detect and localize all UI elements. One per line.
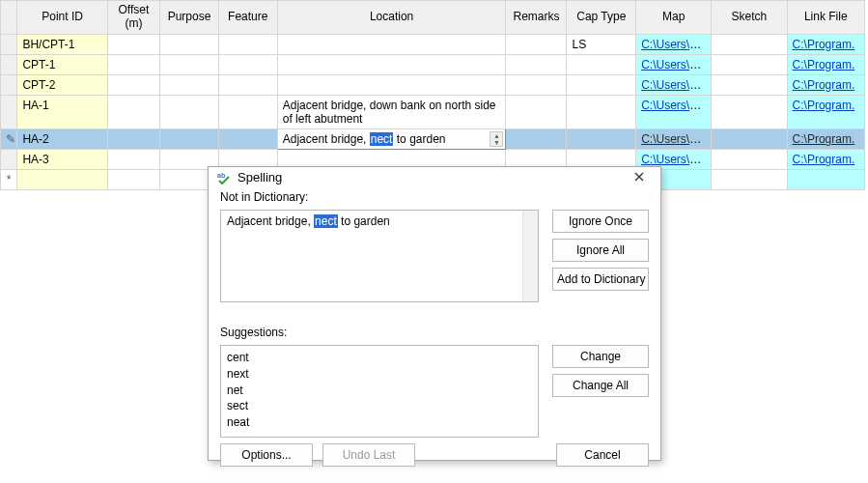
row-selector-editing[interactable]: ✎ xyxy=(1,129,17,150)
suggestions-label: Suggestions: xyxy=(220,326,539,339)
linkfile-link[interactable]: C:\Program. xyxy=(793,58,855,71)
grid-header-row: Point ID Offset (m) Purpose Feature Loca… xyxy=(1,1,865,35)
dialog-titlebar[interactable]: ab Spelling xyxy=(209,167,660,186)
not-in-dictionary-label: Not in Dictionary: xyxy=(220,190,539,204)
row-selector[interactable] xyxy=(1,54,17,74)
cell-link-file[interactable]: C:\Program. xyxy=(787,129,864,150)
cell-point-id[interactable]: HA-2 xyxy=(17,129,107,150)
cell-cap-type[interactable] xyxy=(567,74,636,95)
cell-location[interactable] xyxy=(277,74,506,95)
row-selector[interactable] xyxy=(1,150,17,170)
linkfile-link[interactable]: C:\Program. xyxy=(793,153,855,166)
col-link-file[interactable]: Link File xyxy=(787,1,864,35)
col-remarks[interactable]: Remarks xyxy=(506,1,567,35)
table-row[interactable]: HA-1 Adjacent bridge, down bank on north… xyxy=(1,95,865,129)
cell-cap-type[interactable] xyxy=(567,129,636,150)
cell-link-file[interactable]: C:\Program. xyxy=(787,150,864,170)
cell-point-id[interactable]: BH/CPT-1 xyxy=(17,34,107,54)
row-selector-header xyxy=(1,1,17,35)
change-all-button[interactable]: Change All xyxy=(552,374,649,397)
chevron-up-icon[interactable]: ▲ xyxy=(490,132,502,139)
cell-cap-type[interactable]: LS xyxy=(567,34,636,54)
linkfile-link[interactable]: C:\Program. xyxy=(793,78,855,92)
cell-cap-type[interactable] xyxy=(567,54,636,74)
options-button[interactable]: Options... xyxy=(220,443,313,467)
cell-spinner[interactable]: ▲▼ xyxy=(490,131,503,147)
col-point-id[interactable]: Point ID xyxy=(17,1,107,35)
undo-last-button[interactable]: Undo Last xyxy=(322,443,415,467)
cell-location[interactable] xyxy=(277,34,506,54)
col-sketch[interactable]: Sketch xyxy=(712,1,787,35)
edit-icon: ✎ xyxy=(6,132,17,146)
cell-location[interactable] xyxy=(277,54,506,74)
cell-map[interactable]: C:\Users\Ri... xyxy=(636,34,712,54)
suggestion-item[interactable]: net xyxy=(227,383,532,399)
spelling-dialog: ab Spelling Not in Dictionary: Adjacent … xyxy=(208,166,661,461)
change-button[interactable]: Change xyxy=(552,345,649,368)
row-selector-new[interactable]: * xyxy=(1,170,17,190)
col-offset[interactable]: Offset (m) xyxy=(107,1,159,35)
close-button[interactable] xyxy=(626,167,653,186)
cell-cap-type[interactable] xyxy=(567,95,636,129)
cell-map[interactable]: C:\Users\Ri... xyxy=(636,95,712,129)
map-link[interactable]: C:\Users\Ri... xyxy=(641,132,710,146)
suggestions-list[interactable]: cent next net sect neat xyxy=(220,345,539,438)
spellcheck-icon: ab xyxy=(216,169,232,185)
add-to-dictionary-button[interactable]: Add to Dictionary xyxy=(552,268,649,291)
chevron-down-icon[interactable]: ▼ xyxy=(490,139,502,146)
scrollbar[interactable] xyxy=(522,211,538,301)
data-grid[interactable]: Point ID Offset (m) Purpose Feature Loca… xyxy=(0,0,865,190)
table-row[interactable]: BH/CPT-1 LS C:\Users\Ri... C:\Program. xyxy=(1,34,865,54)
cell-link-file[interactable]: C:\Program. xyxy=(787,34,864,54)
map-link[interactable]: C:\Users\Ri... xyxy=(641,38,710,51)
linkfile-link[interactable]: C:\Program. xyxy=(793,132,855,146)
svg-text:ab: ab xyxy=(217,172,225,179)
nid-text-pre: Adjacent bridge, xyxy=(227,214,314,228)
ignore-all-button[interactable]: Ignore All xyxy=(552,239,649,262)
suggestion-item[interactable]: next xyxy=(227,366,532,383)
cell-offset[interactable] xyxy=(107,34,159,54)
location-text-highlight: nect xyxy=(370,132,394,146)
row-selector[interactable] xyxy=(1,95,17,129)
cell-sketch[interactable] xyxy=(712,34,787,54)
map-link[interactable]: C:\Users\Ri... xyxy=(641,78,710,92)
nid-text-highlight: nect xyxy=(314,214,338,228)
col-cap-type[interactable]: Cap Type xyxy=(567,1,636,35)
cell-feature[interactable] xyxy=(218,34,277,54)
cell-point-id[interactable]: HA-3 xyxy=(17,150,107,170)
cell-link-file[interactable]: C:\Program. xyxy=(787,95,864,129)
cancel-button[interactable]: Cancel xyxy=(556,443,649,467)
cell-link-file[interactable]: C:\Program. xyxy=(787,54,864,74)
suggestion-item[interactable]: sect xyxy=(227,398,532,414)
suggestion-item[interactable]: cent xyxy=(227,350,532,366)
col-location[interactable]: Location xyxy=(277,1,506,35)
map-link[interactable]: C:\Users\Ri... xyxy=(641,153,710,166)
not-in-dictionary-box[interactable]: Adjacent bridge, nect to garden xyxy=(220,210,539,302)
col-feature[interactable]: Feature xyxy=(218,1,277,35)
cell-point-id[interactable]: HA-1 xyxy=(17,95,107,129)
map-link[interactable]: C:\Users\Ri... xyxy=(641,99,710,112)
cell-point-id[interactable]: CPT-2 xyxy=(17,74,107,95)
table-row-selected[interactable]: ✎ HA-2 Adjacent bridge, nect to garden ▲… xyxy=(1,129,865,150)
table-row[interactable]: CPT-2 C:\Users\Ri... C:\Program. xyxy=(1,74,865,95)
cell-location-editing[interactable]: Adjacent bridge, nect to garden ▲▼ xyxy=(277,129,506,150)
cell-point-id[interactable]: CPT-1 xyxy=(17,54,107,74)
cell-purpose[interactable] xyxy=(160,34,219,54)
linkfile-link[interactable]: C:\Program. xyxy=(793,38,855,51)
cell-remarks[interactable] xyxy=(506,34,567,54)
table-row[interactable]: CPT-1 C:\Users\Ri... C:\Program. xyxy=(1,54,865,74)
col-purpose[interactable]: Purpose xyxy=(160,1,219,35)
cell-location[interactable]: Adjacent bridge, down bank on north side… xyxy=(277,95,506,129)
suggestion-item[interactable]: neat xyxy=(227,414,532,431)
ignore-once-button[interactable]: Ignore Once xyxy=(552,210,649,233)
cell-link-file[interactable]: C:\Program. xyxy=(787,74,864,95)
col-map[interactable]: Map xyxy=(636,1,712,35)
map-link[interactable]: C:\Users\Ri... xyxy=(641,58,710,71)
new-row-icon: * xyxy=(7,173,12,186)
linkfile-link[interactable]: C:\Program. xyxy=(793,99,855,112)
cell-map[interactable]: C:\Users\Ri... xyxy=(636,129,712,150)
row-selector[interactable] xyxy=(1,74,17,95)
cell-map[interactable]: C:\Users\Ri... xyxy=(636,54,712,74)
cell-map[interactable]: C:\Users\Ri... xyxy=(636,74,712,95)
row-selector[interactable] xyxy=(1,34,17,54)
